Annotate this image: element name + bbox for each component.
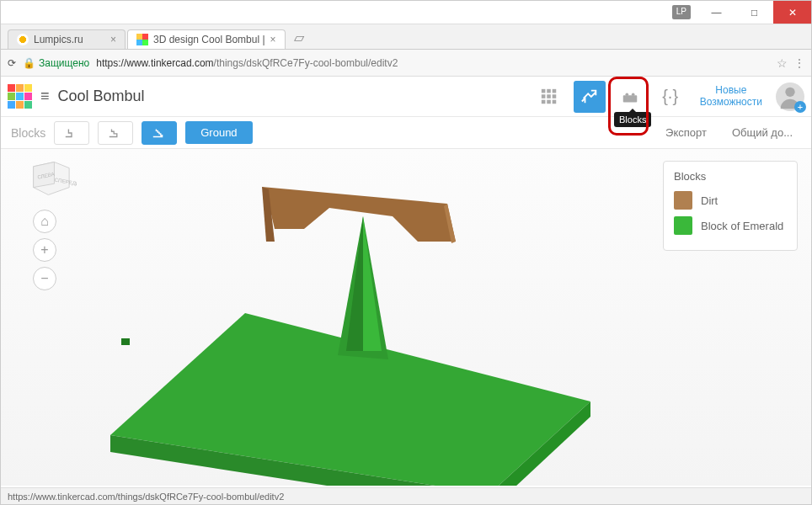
close-tab-icon[interactable]: ×: [270, 34, 276, 45]
svg-rect-5: [552, 94, 556, 98]
block-item[interactable]: Dirt: [674, 191, 787, 210]
close-button[interactable]: ✕: [773, 1, 811, 24]
bricks-mode-icon[interactable]: [614, 81, 646, 113]
tooltip: Blocks: [614, 112, 651, 127]
browser-tab[interactable]: 3D design Cool Bombul | ×: [127, 29, 286, 49]
svg-rect-20: [121, 338, 130, 345]
share-button[interactable]: Общий до...: [724, 126, 801, 139]
detail-low-button[interactable]: [54, 121, 89, 145]
svg-marker-26: [346, 216, 363, 351]
svg-rect-1: [547, 88, 551, 93]
code-mode-icon[interactable]: {·}: [654, 81, 686, 113]
color-swatch: [674, 216, 692, 235]
url-host[interactable]: https://www.tinkercad.com/things/dskQfRC…: [96, 57, 398, 69]
block-label: Dirt: [701, 194, 718, 207]
status-url: https://www.tinkercad.com/things/dskQfRC…: [8, 492, 284, 502]
status-bar: https://www.tinkercad.com/things/dskQfRC…: [1, 487, 811, 504]
svg-point-12: [785, 87, 794, 96]
maximize-button[interactable]: □: [735, 1, 773, 24]
project-title[interactable]: Cool Bombul: [58, 88, 145, 105]
bookmark-icon[interactable]: ☆: [777, 56, 788, 70]
minimize-button[interactable]: —: [697, 1, 735, 24]
svg-rect-4: [547, 94, 551, 98]
browser-tab-strip: Lumpics.ru × 3D design Cool Bombul | × ▱: [1, 24, 811, 50]
secure-indicator[interactable]: 🔒 Защищено: [23, 57, 89, 69]
close-tab-icon[interactable]: ×: [110, 34, 116, 45]
browser-tab[interactable]: Lumpics.ru ×: [8, 29, 126, 49]
svg-point-10: [625, 93, 628, 96]
svg-point-11: [631, 93, 634, 96]
favicon-icon: [136, 34, 148, 45]
3d-scene: [51, 183, 641, 486]
new-tab-button[interactable]: ▱: [287, 26, 311, 49]
blocks-panel-title: Blocks: [674, 170, 787, 183]
app-header: ≡ Cool Bombul {·} НовыеВозможности: [1, 77, 811, 117]
tinkercad-logo[interactable]: [8, 84, 32, 109]
block-item[interactable]: Block of Emerald: [674, 216, 787, 235]
svg-rect-7: [547, 99, 551, 104]
grid-mode-icon[interactable]: [533, 81, 565, 113]
svg-rect-0: [541, 88, 545, 93]
block-label: Block of Emerald: [701, 220, 783, 232]
secure-label: Защищено: [39, 57, 89, 69]
3d-viewport[interactable]: СЛЕВА СПЕРЕДИ ⌂ + − Blocks Dirt Block o: [1, 149, 811, 486]
reload-icon[interactable]: ⟳: [8, 57, 16, 69]
color-swatch: [674, 191, 692, 210]
svg-rect-6: [541, 99, 545, 104]
new-features-link[interactable]: НовыеВозможности: [695, 85, 767, 107]
svg-rect-8: [552, 99, 556, 104]
secondary-toolbar: Blocks Ground Экспорт Общий до...: [1, 117, 811, 149]
profile-badge: LP: [672, 5, 691, 19]
detail-high-button[interactable]: [142, 121, 177, 145]
tab-title: Lumpics.ru: [34, 34, 83, 45]
address-bar: ⟳ 🔒 Защищено https://www.tinkercad.com/t…: [1, 50, 811, 77]
svg-rect-9: [622, 95, 637, 102]
svg-rect-2: [552, 88, 556, 93]
browser-menu-icon[interactable]: ⋮: [794, 57, 804, 69]
mode-label: Blocks: [11, 126, 45, 140]
lock-icon: 🔒: [23, 57, 35, 69]
window-titlebar: LP — □ ✕: [1, 1, 811, 24]
ground-button[interactable]: Ground: [185, 121, 252, 144]
blocks-panel: Blocks Dirt Block of Emerald: [663, 161, 798, 251]
svg-marker-21: [262, 187, 456, 242]
menu-icon[interactable]: ≡: [40, 88, 50, 105]
blocks-mode-icon[interactable]: [574, 81, 606, 113]
svg-rect-3: [541, 94, 545, 98]
tab-title: 3D design Cool Bombul |: [153, 34, 265, 45]
detail-med-button[interactable]: [98, 121, 133, 145]
user-avatar[interactable]: [776, 82, 804, 111]
export-button[interactable]: Экспорт: [657, 126, 715, 139]
favicon-icon: [17, 34, 29, 45]
